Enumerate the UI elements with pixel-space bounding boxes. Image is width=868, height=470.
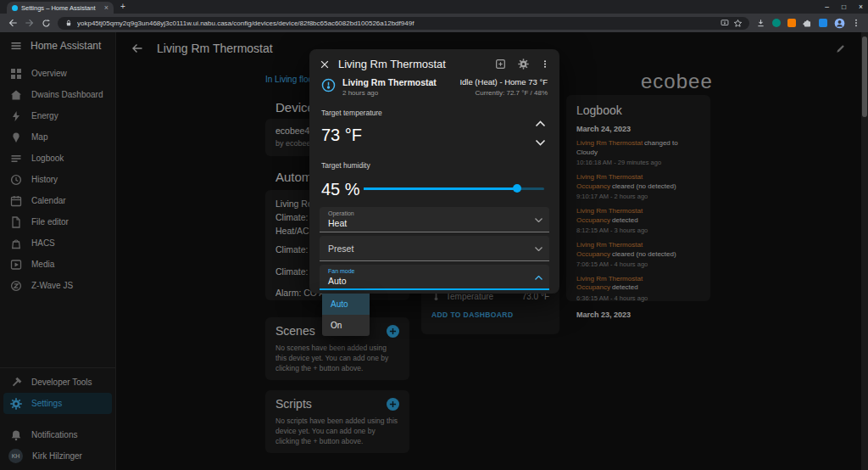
sidebar-item-calendar[interactable]: Calendar <box>0 190 115 211</box>
new-tab-button[interactable]: + <box>120 2 125 12</box>
browser-titlebar: Settings – Home Assistant × + – □ × <box>0 0 868 14</box>
target-temperature-row: 73 °F <box>309 117 559 154</box>
window-maximize-button[interactable]: □ <box>842 3 846 11</box>
scrollbar-thumb[interactable] <box>862 36 867 117</box>
target-temperature-label: Target temperature <box>309 109 559 117</box>
logbook-entry: Living Rm Thermostat Occupancydetected 8… <box>576 207 700 235</box>
add-scene-button[interactable] <box>387 325 399 338</box>
operation-value: Heat <box>328 218 529 228</box>
target-humidity-row: 45 % <box>309 170 559 207</box>
logbook-heading: Logbook <box>576 104 700 117</box>
close-icon[interactable] <box>320 59 330 70</box>
window-close-button[interactable]: × <box>859 3 863 11</box>
site-info-lock-icon[interactable] <box>64 19 73 27</box>
sidebar-header: Home Assistant <box>0 32 115 59</box>
fan-mode-value: Auto <box>328 276 529 286</box>
lightning-bolt-icon <box>10 110 22 122</box>
scenes-empty-text: No scenes have been added using this dev… <box>275 344 399 374</box>
sidebar-item-map[interactable]: Map <box>0 126 115 148</box>
sidebar-item-media[interactable]: Media <box>0 254 115 275</box>
hammer-icon <box>10 377 22 389</box>
sidebar-item-developer-tools[interactable]: Developer Tools <box>0 372 115 393</box>
fan-mode-label: Fan mode <box>328 268 529 274</box>
entity-state: Idle (Heat) - Home 73 °F <box>459 77 548 87</box>
back-arrow-icon[interactable] <box>131 42 143 54</box>
chevron-down-icon <box>535 218 542 222</box>
logbook-entity-link[interactable]: Living Rm Thermostat <box>576 139 643 147</box>
breadcrumb[interactable]: In Living floor <box>265 75 315 84</box>
window-minimize-button[interactable]: – <box>825 3 829 11</box>
extensions-puzzle-icon[interactable] <box>803 19 812 28</box>
target-humidity-label: Target humidity <box>309 161 559 170</box>
profile-avatar[interactable] <box>834 18 845 29</box>
page-title: Living Rm Thermostat <box>157 42 273 55</box>
target-humidity-value: 45 % <box>321 180 360 199</box>
chevron-up-icon <box>535 276 542 280</box>
entity-settings-gear-icon[interactable] <box>518 59 529 70</box>
hamburger-menu-icon[interactable] <box>10 40 22 52</box>
bookmark-star-icon[interactable] <box>733 19 743 28</box>
sidebar-item-hacs[interactable]: HACS <box>0 232 115 254</box>
browser-reload-icon[interactable] <box>42 19 51 28</box>
temperature-increase-button[interactable] <box>535 120 546 127</box>
sidebar-item-dwains-dashboard[interactable]: Dwains Dashboard <box>0 84 115 105</box>
browser-menu-icon[interactable] <box>852 18 860 28</box>
z-wave-icon <box>10 280 22 292</box>
extension-icon-1[interactable] <box>772 19 781 27</box>
sidebar-item-overview[interactable]: Overview <box>0 63 115 84</box>
browser-tab[interactable]: Settings – Home Assistant × <box>7 2 114 14</box>
sidebar-item-energy[interactable]: Energy <box>0 105 115 126</box>
view-dashboard-icon <box>10 68 22 80</box>
fan-mode-option-on[interactable]: On <box>322 315 370 336</box>
sidebar-item-label: Logbook <box>31 154 64 163</box>
download-icon[interactable] <box>756 19 765 28</box>
logbook-time: 7:06:15 AM - 4 hours ago <box>576 260 700 269</box>
sidebar-item-zwave-js[interactable]: Z-Wave JS <box>0 275 115 296</box>
entity-summary-row[interactable]: Living Rm Thermostat 2 hours ago Idle (H… <box>309 72 559 97</box>
logbook-action: detected <box>612 283 638 291</box>
extension-icon-3[interactable] <box>819 19 827 27</box>
slider-fill <box>364 187 517 190</box>
install-app-icon[interactable] <box>721 19 729 27</box>
add-script-button[interactable] <box>387 398 399 411</box>
tab-close-icon[interactable]: × <box>104 4 108 12</box>
sidebar-item-label: Calendar <box>31 196 66 205</box>
browser-forward-icon[interactable] <box>25 18 35 28</box>
sidebar-item-history[interactable]: History <box>0 169 115 190</box>
address-bar[interactable]: yokp45tj05qmy2q9g3un468yj3c0111w.ui.nabu… <box>58 17 749 30</box>
device-section-heading: Device <box>275 100 314 115</box>
window-controls: – □ × <box>825 0 863 14</box>
extension-toolbar <box>756 18 860 29</box>
sidebar-item-logbook[interactable]: Logbook <box>0 148 115 169</box>
page-scrollbar[interactable] <box>861 32 868 470</box>
operation-select[interactable]: Operation Heat <box>320 207 549 232</box>
url-text[interactable]: yokp45tj05qmy2q9g3un468yj3c0111w.ui.nabu… <box>77 20 716 27</box>
edit-pencil-icon[interactable] <box>835 43 846 54</box>
sidebar-item-label: Energy <box>31 111 58 120</box>
add-to-dashboard-icon[interactable] <box>495 59 506 70</box>
humidity-slider[interactable] <box>364 184 544 193</box>
logbook-date: March 24, 2023 <box>576 125 700 133</box>
fan-mode-option-auto[interactable]: Auto <box>322 294 370 315</box>
sidebar-bottom: Developer Tools Settings Notifications K… <box>0 364 115 467</box>
browser-back-icon[interactable] <box>8 18 18 28</box>
play-box-icon <box>10 259 22 271</box>
user-avatar: KH <box>8 449 23 463</box>
target-temperature-value: 73 °F <box>321 126 362 145</box>
sidebar-item-label: Notifications <box>31 430 77 439</box>
temperature-decrease-button[interactable] <box>535 139 546 146</box>
sidebar-item-label: Media <box>31 260 54 269</box>
add-to-dashboard-link[interactable]: ADD TO DASHBOARD <box>431 311 549 319</box>
overflow-menu-icon[interactable] <box>541 59 549 70</box>
chevron-down-icon <box>535 247 542 251</box>
slider-knob[interactable] <box>513 184 521 193</box>
sidebar-item-file-editor[interactable]: File editor <box>0 211 115 232</box>
sidebar-item-settings[interactable]: Settings <box>3 393 112 414</box>
sidebar-item-user[interactable]: KH Kirk Hilzinger <box>0 445 115 467</box>
sidebar-item-notifications[interactable]: Notifications <box>0 424 115 445</box>
extension-icon-2[interactable] <box>787 19 796 27</box>
fan-mode-select[interactable]: Fan mode Auto <box>320 265 549 290</box>
preset-select[interactable]: Preset <box>320 236 549 261</box>
thermostat-icon <box>321 78 336 92</box>
entity-last-changed: 2 hours ago <box>342 89 437 97</box>
